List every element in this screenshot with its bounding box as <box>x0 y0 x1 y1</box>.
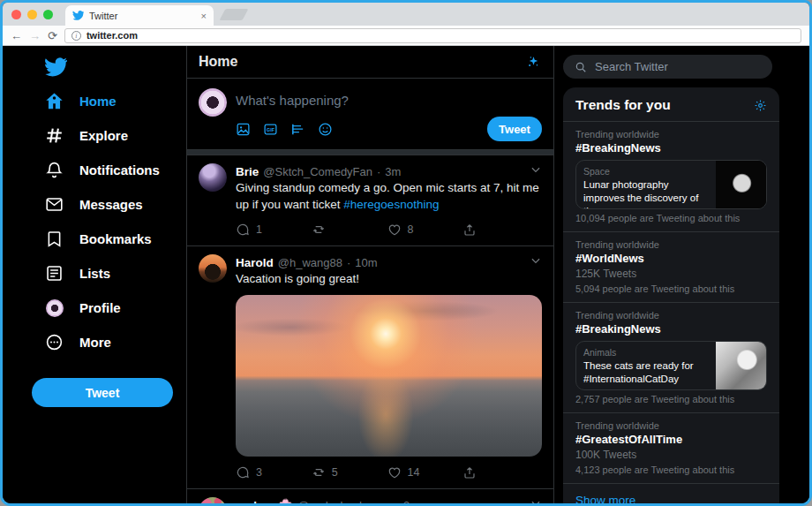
trend-item[interactable]: Trending worldwide #WorldNews 125K Tweet… <box>563 231 779 302</box>
tweet-harold[interactable]: Harold @h_wang88 · 10m Vacation is going… <box>187 246 553 489</box>
tweet-hashtag[interactable]: #heregoesnothing <box>343 198 439 211</box>
sidebar-item-label: Home <box>79 94 117 109</box>
trend-tag[interactable]: #BreakingNews <box>575 141 767 155</box>
trend-preview-card[interactable]: Animals These cats are ready for #Intern… <box>575 341 767 390</box>
browser-tab[interactable]: Twitter × <box>65 5 214 26</box>
show-more-link[interactable]: Show more <box>563 483 779 503</box>
tweet-handle[interactable]: @andy_landerson <box>297 499 391 503</box>
back-button[interactable]: ← <box>11 30 22 42</box>
share-button[interactable] <box>462 223 538 237</box>
retweet-icon <box>312 223 326 237</box>
sidebar-item-more[interactable]: More <box>3 325 186 359</box>
tweet-author[interactable]: Brie <box>236 165 259 178</box>
trend-context: Trending worldwide <box>575 310 767 321</box>
heart-icon <box>387 223 402 237</box>
feed-column: Home What's happening? GIF <box>186 46 554 503</box>
tweet-actions: 3 5 14 <box>236 465 538 480</box>
twitter-app: Home Explore Notifications <box>3 46 809 503</box>
browser-window: Twitter × ← → ⟳ i twitter.com Home <box>0 0 812 506</box>
chevron-down-icon[interactable] <box>530 254 542 267</box>
minimize-window-button[interactable] <box>27 10 37 19</box>
trend-context: Trending worldwide <box>575 420 767 431</box>
emoji-icon[interactable] <box>318 122 333 137</box>
sidebar-item-label: Notifications <box>79 162 160 177</box>
retweet-button[interactable]: 5 <box>312 465 387 480</box>
like-button[interactable]: 8 <box>387 223 463 237</box>
tweet-brie[interactable]: Brie @Sktch_ComedyFan · 3m Giving standu… <box>187 155 553 246</box>
search-bar[interactable] <box>563 55 772 79</box>
top-tweets-sparkle-icon[interactable] <box>525 54 542 71</box>
close-window-button[interactable] <box>11 10 21 19</box>
search-input[interactable] <box>595 60 745 73</box>
sidebar-item-label: Lists <box>79 266 110 281</box>
separator: · <box>395 499 399 503</box>
reply-count: 3 <box>256 466 262 479</box>
tweet-author[interactable]: Harold <box>236 256 274 269</box>
reply-button[interactable]: 1 <box>236 223 312 237</box>
trend-tag[interactable]: #BreakingNews <box>575 322 767 336</box>
trend-tag[interactable]: #GreatestOfAllTime <box>575 433 767 446</box>
chevron-down-icon[interactable] <box>530 497 542 503</box>
close-tab-icon[interactable]: × <box>201 11 207 21</box>
user-avatar[interactable] <box>199 88 227 117</box>
avatar[interactable] <box>199 497 227 503</box>
sidebar-item-messages[interactable]: Messages <box>3 187 186 222</box>
chevron-down-icon[interactable] <box>530 163 542 176</box>
compose-tweet-button[interactable]: Tweet <box>487 117 542 141</box>
twitter-logo-icon[interactable] <box>44 56 186 79</box>
trend-tag[interactable]: #WorldNews <box>575 252 767 265</box>
browser-toolbar: ← → ⟳ i twitter.com <box>3 26 809 46</box>
list-icon <box>45 264 64 283</box>
tweet-time: 3m <box>385 165 401 178</box>
sidebar-item-profile[interactable]: Profile <box>3 291 186 325</box>
reply-button[interactable]: 3 <box>236 465 312 480</box>
sidebar-item-label: More <box>79 335 111 350</box>
compose-input[interactable]: What's happening? <box>236 93 542 108</box>
right-sidebar: Trends for you Trending worldwide #Break… <box>554 46 809 503</box>
sidebar-item-home[interactable]: Home <box>3 84 186 118</box>
compose-toolbar: GIF <box>236 122 487 137</box>
tab-strip: Twitter × <box>3 3 809 26</box>
trend-item[interactable]: Trending worldwide #BreakingNews Space L… <box>563 121 779 231</box>
home-icon <box>45 92 64 110</box>
share-icon <box>462 465 477 480</box>
sidebar-item-explore[interactable]: Explore <box>3 118 186 153</box>
tweet-andrea[interactable]: andrea 🌸 @andy_landerson · 3m How many l… <box>187 489 553 503</box>
like-button[interactable]: 14 <box>387 465 463 480</box>
sidebar-nav: Home Explore Notifications <box>3 84 186 359</box>
trend-item[interactable]: Trending worldwide #BreakingNews Animals… <box>563 302 779 412</box>
sidebar-item-label: Explore <box>79 128 128 143</box>
sidebar-item-bookmarks[interactable]: Bookmarks <box>3 222 186 256</box>
site-info-icon[interactable]: i <box>71 31 81 41</box>
new-tab-button[interactable] <box>220 9 249 20</box>
tweet-author[interactable]: andrea 🌸 <box>236 498 293 503</box>
tweet-photo-sunset[interactable] <box>236 295 542 457</box>
forward-button[interactable]: → <box>29 30 41 42</box>
zoom-window-button[interactable] <box>43 10 53 19</box>
avatar[interactable] <box>199 254 227 283</box>
sidebar-item-notifications[interactable]: Notifications <box>3 153 186 187</box>
gif-icon[interactable]: GIF <box>263 122 278 137</box>
reload-button[interactable]: ⟳ <box>48 30 57 42</box>
separator: · <box>377 165 380 178</box>
trend-preview-card[interactable]: Space Lunar photography improves the dis… <box>575 160 767 209</box>
address-bar[interactable]: i twitter.com <box>64 28 801 43</box>
sidebar-item-label: Profile <box>79 300 121 315</box>
retweet-button[interactable] <box>312 223 387 237</box>
trend-item[interactable]: Trending worldwide #GreatestOfAllTime 10… <box>563 412 779 483</box>
avatar[interactable] <box>199 163 227 192</box>
tweet-button[interactable]: Tweet <box>32 378 173 407</box>
image-icon[interactable] <box>236 122 251 137</box>
url-text: twitter.com <box>86 30 138 41</box>
tweet-handle[interactable]: @Sktch_ComedyFan <box>263 165 372 178</box>
poll-icon[interactable] <box>290 122 305 137</box>
share-button[interactable] <box>462 465 538 480</box>
tweet-handle[interactable]: @h_wang88 <box>278 256 342 269</box>
trend-description: Lunar photography improves the discovery… <box>583 178 709 209</box>
gear-icon[interactable] <box>754 99 767 112</box>
moon-thumbnail <box>716 161 766 208</box>
hashtag-icon <box>45 126 64 145</box>
trend-context: Trending worldwide <box>575 129 767 140</box>
heart-icon <box>387 465 402 480</box>
sidebar-item-lists[interactable]: Lists <box>3 256 186 291</box>
